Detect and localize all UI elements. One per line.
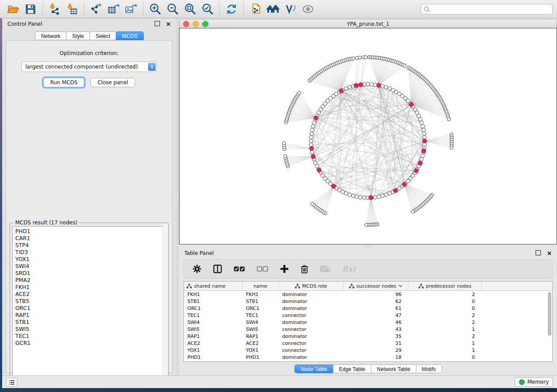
table-row[interactable]: ORC1ORC1dominator610 <box>184 305 552 312</box>
mcds-result-item[interactable]: RAP1 <box>15 312 166 319</box>
zoom-selected-icon <box>201 3 214 15</box>
tab-network-table[interactable]: Network Table <box>371 364 416 373</box>
import-table-button[interactable] <box>63 1 81 17</box>
table-settings-button[interactable] <box>193 263 201 275</box>
mcds-result-list[interactable]: PHD1CAR1STP4TID3YOX1SWI4SRD1PMA2FKH1ACE2… <box>12 226 166 381</box>
tab-select[interactable]: Select <box>90 31 116 40</box>
table-scrollbar[interactable] <box>547 291 551 360</box>
plus-icon <box>280 265 289 273</box>
memory-button[interactable]: Memory <box>515 377 553 387</box>
column-header-mcds-role[interactable]: MCDS role <box>279 282 343 290</box>
network-window: YPA_prune.txt_1 <box>179 19 557 244</box>
table-panel-close-button[interactable]: ✕ <box>547 251 552 256</box>
delete-table-button[interactable] <box>320 263 331 275</box>
run-mcds-button[interactable]: Run MCDS <box>43 78 84 87</box>
column-header-predecessor-nodes[interactable]: predecessor nodes <box>408 282 482 290</box>
mcds-result-item[interactable]: PMA2 <box>15 277 166 284</box>
show-column-panel-button[interactable] <box>213 263 222 275</box>
deselect-all-button[interactable] <box>257 263 268 275</box>
splitter-handle[interactable] <box>176 195 179 201</box>
zoom-fit-button[interactable] <box>181 1 199 17</box>
clone-network-button[interactable] <box>247 1 264 17</box>
optimization-criterion-select[interactable]: largest connected component (undirected) <box>21 62 157 72</box>
table-cell: RAP1 <box>184 334 242 339</box>
select-all-button[interactable] <box>234 263 245 275</box>
open-file-button[interactable] <box>4 1 22 17</box>
column-header-shared-name[interactable]: shared name <box>184 282 242 290</box>
export-table-button[interactable] <box>105 1 122 17</box>
tab-node-table[interactable]: Node Table <box>294 364 333 373</box>
table-cell: 2 <box>408 292 482 297</box>
column-header-name[interactable]: name <box>242 282 279 290</box>
export-network-button[interactable] <box>87 1 105 17</box>
table-cell: ORC1 <box>184 306 242 311</box>
table-row[interactable]: SWI4SWI4dominator462 <box>184 319 552 326</box>
hide-selected-button[interactable] <box>282 1 299 17</box>
import-network-button[interactable] <box>46 1 63 17</box>
tab-style[interactable]: Style <box>66 31 90 40</box>
control-panel-float-button[interactable] <box>155 21 160 27</box>
column-header-successor-nodes[interactable]: successor nodes <box>343 282 408 290</box>
search-box[interactable] <box>421 4 553 14</box>
save-session-button[interactable] <box>22 1 39 17</box>
control-panel-close-button[interactable]: ✕ <box>166 21 171 27</box>
tab-mcds[interactable]: MCDS <box>116 31 143 40</box>
mcds-result-item[interactable]: STB1 <box>15 319 166 326</box>
tab-edge-table[interactable]: Edge Table <box>333 364 371 373</box>
table-row[interactable]: FKH1FKH1dominator962 <box>184 291 552 298</box>
function-builder-button[interactable]: f(x) <box>343 263 355 275</box>
tab-motifs[interactable]: Motifs <box>416 364 442 373</box>
list-icon <box>9 380 14 385</box>
add-column-button[interactable] <box>280 263 289 275</box>
mcds-result-item[interactable]: ORC1 <box>15 305 166 312</box>
close-panel-button[interactable]: Close panel <box>90 78 135 87</box>
table-row[interactable]: PHD1PHD1dominator180 <box>184 354 552 361</box>
table-row[interactable]: SWI5SWI5connector431 <box>184 326 552 333</box>
table-panel-float-button[interactable] <box>536 250 541 256</box>
mcds-result-item[interactable]: SWI4 <box>15 263 166 270</box>
table-cell: TEC1 <box>184 313 242 318</box>
export-image-button[interactable] <box>122 1 140 17</box>
mcds-result-item[interactable]: YOX1 <box>15 256 166 263</box>
network-title: YPA_prune.txt_1 <box>180 21 557 27</box>
mcds-result-item[interactable]: GCR1 <box>15 340 166 347</box>
table-row[interactable]: ACE2ACE2connector311 <box>184 340 552 347</box>
table-header: shared name name MCDS role successor nod… <box>184 282 552 291</box>
mcds-result-item[interactable]: SWI5 <box>15 326 166 333</box>
table-row[interactable]: RAP1RAP1dominator352 <box>184 333 552 340</box>
mcds-result-item[interactable]: FKH1 <box>15 284 166 291</box>
table-row[interactable]: STB1STB1dominator620 <box>184 298 552 305</box>
mcds-result-item[interactable]: CAR1 <box>15 235 166 242</box>
select-all-icon <box>234 266 245 272</box>
network-window-titlebar[interactable]: YPA_prune.txt_1 <box>179 19 557 29</box>
table-row[interactable]: YOX1YOX1connector291 <box>184 347 552 354</box>
scrollbar-thumb[interactable] <box>548 292 551 336</box>
mcds-result-item[interactable]: SRD1 <box>15 270 166 277</box>
import-table-icon <box>66 3 78 15</box>
task-history-button[interactable] <box>6 378 17 387</box>
delete-column-button[interactable] <box>301 263 308 275</box>
table-cell: SWI4 <box>242 320 279 325</box>
mcds-result-item[interactable]: STB5 <box>15 298 166 305</box>
show-hidden-button[interactable] <box>299 1 317 17</box>
table-cell: 2 <box>408 320 482 325</box>
table-row[interactable]: TEC1TEC1connector472 <box>184 312 552 319</box>
mcds-result-item[interactable]: TID3 <box>15 249 166 256</box>
search-input[interactable] <box>430 6 550 13</box>
mcds-result-item[interactable]: TEC1 <box>15 333 166 340</box>
horizontal-splitter[interactable] <box>179 244 557 248</box>
mcds-result-item[interactable]: ACE2 <box>15 291 166 298</box>
splitter-handle[interactable] <box>365 245 371 247</box>
mcds-result-item[interactable]: PHD1 <box>15 228 166 235</box>
network-graph[interactable] <box>180 28 557 244</box>
vertical-splitter[interactable] <box>176 18 179 375</box>
apply-layout-button[interactable] <box>223 1 240 17</box>
tab-network[interactable]: Network <box>35 31 66 40</box>
zoom-out-button[interactable] <box>164 1 181 17</box>
zoom-selected-button[interactable] <box>199 1 216 17</box>
mcds-result-item[interactable]: STP4 <box>15 242 166 249</box>
mcds-list-scrollbar[interactable] <box>163 224 168 382</box>
show-all-button[interactable] <box>264 1 282 17</box>
zoom-in-button[interactable] <box>146 1 164 17</box>
network-canvas[interactable] <box>179 28 557 244</box>
